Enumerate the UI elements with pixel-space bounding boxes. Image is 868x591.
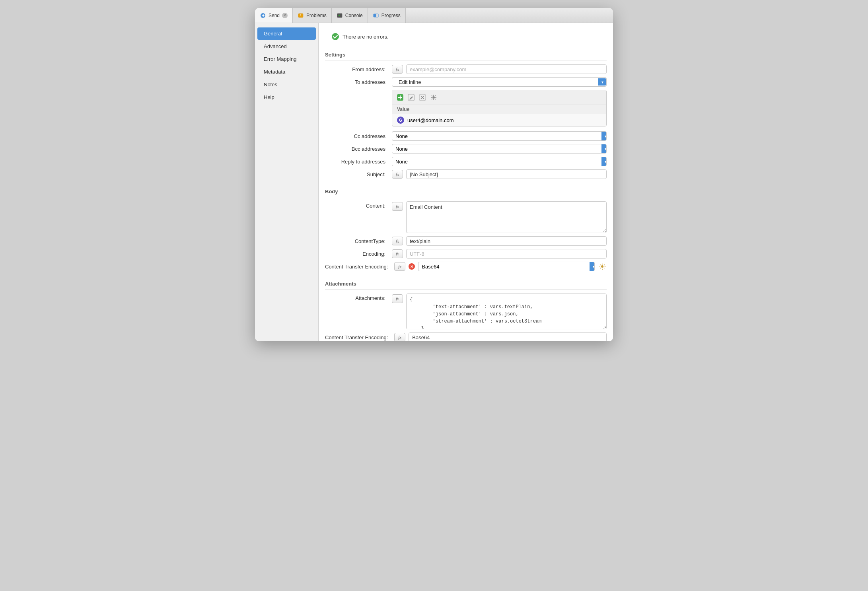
console-icon: >_ bbox=[337, 12, 343, 19]
reply-to-value: None bbox=[392, 159, 601, 165]
transfer-encoding-gear-icon[interactable] bbox=[598, 262, 607, 271]
tab-close-button[interactable]: × bbox=[282, 13, 288, 18]
bcc-addresses-value: None bbox=[392, 146, 601, 152]
main-content: General Advanced Error Mapping Metadata … bbox=[255, 23, 613, 341]
status-message: There are no errors. bbox=[343, 34, 389, 40]
attachments-transfer-encoding-fx-button[interactable]: fx bbox=[394, 333, 405, 341]
sidebar-item-advanced[interactable]: Advanced bbox=[257, 40, 316, 52]
content-row: Content: fx Email Content bbox=[325, 201, 607, 233]
table-column-header: Value bbox=[392, 105, 606, 114]
from-address-input[interactable] bbox=[406, 64, 607, 74]
settings-address-button[interactable] bbox=[429, 93, 438, 102]
sidebar-item-notes[interactable]: Notes bbox=[257, 78, 316, 91]
svg-point-7 bbox=[332, 33, 339, 40]
transfer-encoding-arrow[interactable]: ▾ bbox=[590, 262, 595, 271]
tab-problems-label: Problems bbox=[306, 13, 327, 18]
encoding-input[interactable] bbox=[406, 249, 607, 259]
titlebar: Send × ! Problems >_ Console bbox=[255, 8, 613, 23]
settings-section: Settings From address: fx To addresses E… bbox=[325, 49, 607, 179]
attachments-textarea[interactable]: { 'text-attachment' : vars.textPlain, 'j… bbox=[406, 294, 607, 329]
delete-address-button[interactable] bbox=[418, 93, 427, 102]
content-fx-button[interactable]: fx bbox=[392, 202, 403, 211]
content-area: There are no errors. Settings From addre… bbox=[319, 23, 613, 341]
subject-row: Subject: fx bbox=[325, 169, 607, 179]
bcc-addresses-row: Bcc addresses None ▾ bbox=[325, 144, 607, 154]
svg-rect-6 bbox=[374, 14, 376, 17]
cc-addresses-select[interactable]: None ▾ bbox=[392, 131, 607, 141]
cc-addresses-arrow[interactable]: ▾ bbox=[601, 132, 607, 140]
progress-icon bbox=[373, 12, 379, 19]
success-icon bbox=[331, 33, 339, 41]
svg-text:>_: >_ bbox=[338, 14, 342, 17]
reply-to-label: Reply to addresses bbox=[325, 159, 389, 165]
attachments-transfer-encoding-input[interactable] bbox=[409, 332, 607, 341]
attachments-title: Attachments bbox=[325, 278, 607, 290]
attachments-transfer-encoding-label: Content Transfer Encoding: bbox=[325, 334, 391, 340]
reply-to-select[interactable]: None ▾ bbox=[392, 157, 607, 166]
svg-text:!: ! bbox=[300, 14, 301, 17]
send-icon bbox=[260, 12, 266, 19]
content-type-fx-button[interactable]: fx bbox=[392, 237, 403, 245]
tab-send-label: Send bbox=[269, 13, 280, 18]
table-row: G user4@domain.com bbox=[392, 114, 606, 126]
tab-progress-label: Progress bbox=[381, 13, 401, 18]
subject-label: Subject: bbox=[325, 171, 389, 177]
attachments-row: Attachments: fx { 'text-attachment' : va… bbox=[325, 294, 607, 329]
to-addresses-toolbar bbox=[392, 90, 606, 105]
attachments-transfer-encoding-row: Content Transfer Encoding: fx bbox=[325, 332, 607, 341]
problems-icon: ! bbox=[298, 12, 304, 19]
content-type-label: ContentType: bbox=[325, 238, 389, 244]
from-address-row: From address: fx bbox=[325, 64, 607, 74]
sidebar-item-error-mapping[interactable]: Error Mapping bbox=[257, 53, 316, 65]
to-addresses-label: To addresses bbox=[325, 79, 389, 85]
attachments-fx-button[interactable]: fx bbox=[392, 294, 403, 303]
tab-problems[interactable]: ! Problems bbox=[293, 8, 332, 23]
tab-progress[interactable]: Progress bbox=[368, 8, 406, 23]
bcc-addresses-select[interactable]: None ▾ bbox=[392, 144, 607, 154]
edit-address-button[interactable] bbox=[407, 93, 416, 102]
content-type-row: ContentType: fx bbox=[325, 236, 607, 246]
sidebar-item-metadata[interactable]: Metadata bbox=[257, 66, 316, 78]
body-section: Body Content: fx Email Content ContentTy… bbox=[325, 185, 607, 271]
to-addresses-value: Edit inline bbox=[395, 79, 598, 85]
sidebar-item-help[interactable]: Help bbox=[257, 91, 316, 103]
cc-addresses-value: None bbox=[392, 133, 601, 139]
svg-point-12 bbox=[601, 265, 603, 268]
from-address-fx-button[interactable]: fx bbox=[392, 65, 403, 74]
to-addresses-row: To addresses Edit inline ▾ bbox=[325, 77, 607, 87]
bcc-addresses-arrow[interactable]: ▾ bbox=[601, 144, 607, 153]
cc-addresses-label: Cc addresses bbox=[325, 133, 389, 139]
add-address-button[interactable] bbox=[395, 93, 405, 102]
encoding-fx-button[interactable]: fx bbox=[392, 249, 403, 258]
attachments-section: Attachments Attachments: fx { 'text-atta… bbox=[325, 278, 607, 341]
to-addresses-table: Value G user4@domain.com bbox=[392, 90, 607, 126]
to-addresses-arrow[interactable]: ▾ bbox=[598, 78, 606, 86]
subject-fx-button[interactable]: fx bbox=[392, 170, 403, 179]
tab-console-label: Console bbox=[345, 13, 363, 18]
transfer-encoding-value: Base64 bbox=[418, 264, 590, 270]
encoding-row: Encoding: fx bbox=[325, 249, 607, 259]
transfer-encoding-error-icon: ✕ bbox=[409, 263, 415, 270]
to-addresses-select[interactable]: Edit inline ▾ bbox=[392, 77, 607, 87]
email-value: user4@domain.com bbox=[407, 117, 454, 123]
transfer-encoding-select[interactable]: Base64 ▾ bbox=[418, 262, 595, 271]
attachments-label: Attachments: bbox=[325, 294, 389, 301]
bcc-addresses-label: Bcc addresses bbox=[325, 146, 389, 152]
transfer-encoding-row: Content Transfer Encoding: fx ✕ Base64 ▾ bbox=[325, 262, 607, 271]
tab-send[interactable]: Send × bbox=[255, 8, 293, 23]
email-avatar: G bbox=[397, 117, 404, 124]
svg-point-11 bbox=[432, 96, 435, 99]
from-address-label: From address: bbox=[325, 66, 389, 72]
tab-console[interactable]: >_ Console bbox=[332, 8, 368, 23]
settings-title: Settings bbox=[325, 49, 607, 60]
subject-input[interactable] bbox=[406, 169, 607, 179]
content-textarea[interactable]: Email Content bbox=[406, 201, 607, 233]
transfer-encoding-fx-button[interactable]: fx bbox=[394, 262, 405, 271]
sidebar-item-general[interactable]: General bbox=[257, 27, 316, 40]
transfer-encoding-label: Content Transfer Encoding: bbox=[325, 264, 391, 270]
encoding-label: Encoding: bbox=[325, 251, 389, 257]
sidebar: General Advanced Error Mapping Metadata … bbox=[255, 23, 319, 341]
content-type-input[interactable] bbox=[406, 236, 607, 246]
reply-to-arrow[interactable]: ▾ bbox=[601, 157, 607, 166]
body-title: Body bbox=[325, 185, 607, 197]
